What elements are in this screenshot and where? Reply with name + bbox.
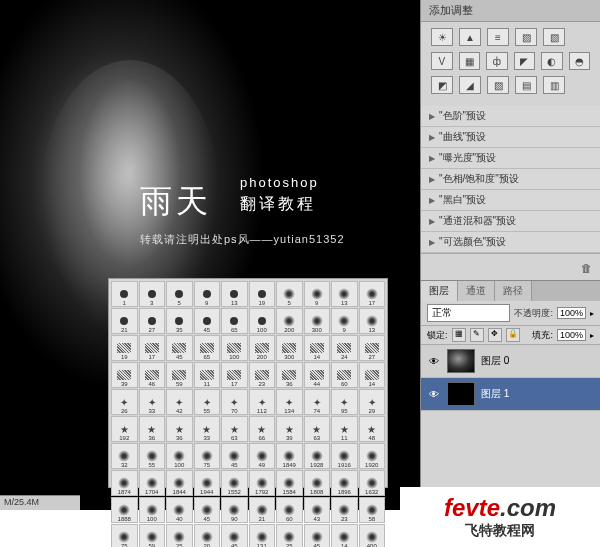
brush-preset[interactable]: 23	[331, 497, 358, 523]
adjustment-icon[interactable]: ◢	[459, 76, 481, 94]
preset-item[interactable]: ▶"色阶"预设	[421, 106, 600, 127]
canvas-area[interactable]: photoshop 翻译教程 雨天 转载请注明出处ps风——yutian5135…	[0, 0, 420, 510]
adjustment-icon[interactable]: ▨	[487, 76, 509, 94]
opacity-value[interactable]: 100%	[557, 307, 586, 319]
brush-preset[interactable]: 21	[249, 497, 276, 523]
brush-preset[interactable]: 19	[249, 281, 276, 307]
brush-preset[interactable]: 400	[359, 524, 386, 547]
brush-preset[interactable]: 131	[249, 524, 276, 547]
brush-preset[interactable]: 24	[331, 335, 358, 361]
brush-preset[interactable]: 39	[111, 362, 138, 388]
brush-preset[interactable]: 1944	[194, 470, 221, 496]
visibility-icon[interactable]: 👁	[427, 387, 441, 401]
brush-preset[interactable]: 1792	[249, 470, 276, 496]
brush-preset[interactable]: 3	[139, 281, 166, 307]
adjustment-icon[interactable]: V	[431, 52, 453, 70]
adjustment-icon[interactable]: ▲	[459, 28, 481, 46]
blend-mode-select[interactable]: 正常	[427, 304, 510, 322]
brush-preset[interactable]: 45	[221, 524, 248, 547]
visibility-icon[interactable]: 👁	[427, 354, 441, 368]
brush-preset[interactable]: 13	[221, 281, 248, 307]
brush-preset[interactable]: ✦134	[276, 389, 303, 415]
adjustment-icon[interactable]: ≡	[487, 28, 509, 46]
brush-preset[interactable]: 100	[166, 443, 193, 469]
preset-item[interactable]: ▶"色相/饱和度"预设	[421, 169, 600, 190]
brush-preset[interactable]: 1920	[359, 443, 386, 469]
brush-preset[interactable]: 9	[304, 281, 331, 307]
brush-preset[interactable]: ★36	[166, 416, 193, 442]
brush-preset[interactable]: 60	[276, 497, 303, 523]
brush-preset[interactable]: 9	[331, 308, 358, 334]
preset-item[interactable]: ▶"可选颜色"预设	[421, 232, 600, 253]
layer-item[interactable]: 👁图层 1	[421, 378, 600, 411]
brush-preset[interactable]: 45	[194, 308, 221, 334]
brush-preset[interactable]: 1632	[359, 470, 386, 496]
tab-图层[interactable]: 图层	[421, 281, 458, 301]
brush-preset[interactable]: 1844	[166, 470, 193, 496]
brush-preset[interactable]: 300	[304, 308, 331, 334]
brush-preset[interactable]: 36	[276, 362, 303, 388]
adjustment-icon[interactable]: ◩	[431, 76, 453, 94]
layer-thumbnail[interactable]	[447, 349, 475, 373]
brush-preset[interactable]: 1896	[331, 470, 358, 496]
brush-preset[interactable]: 100	[249, 308, 276, 334]
brush-preset[interactable]: ✦33	[139, 389, 166, 415]
lock-transparency-icon[interactable]: ▦	[452, 328, 466, 342]
brush-preset[interactable]: ✦70	[221, 389, 248, 415]
brush-preset[interactable]: 19	[111, 335, 138, 361]
brush-preset[interactable]: 100	[139, 497, 166, 523]
adjustment-icon[interactable]: ф	[486, 52, 508, 70]
brush-preset[interactable]: 45	[304, 524, 331, 547]
brush-preset[interactable]: ★36	[139, 416, 166, 442]
brush-preset[interactable]: ★33	[194, 416, 221, 442]
brush-preset[interactable]: 14	[331, 524, 358, 547]
brush-preset[interactable]: 17	[139, 335, 166, 361]
brush-preset[interactable]: 1552	[221, 470, 248, 496]
brush-preset[interactable]: 1808	[304, 470, 331, 496]
brush-preset[interactable]: 55	[139, 443, 166, 469]
brush-preset[interactable]: 20	[194, 524, 221, 547]
brush-preset[interactable]: 1584	[276, 470, 303, 496]
brush-preset[interactable]: 90	[221, 497, 248, 523]
brush-preset[interactable]: 60	[331, 362, 358, 388]
brush-preset[interactable]: 5	[166, 281, 193, 307]
brush-preset[interactable]: 100	[221, 335, 248, 361]
adjustment-icon[interactable]: ◤	[514, 52, 536, 70]
brush-preset[interactable]: 1928	[304, 443, 331, 469]
brush-preset[interactable]: 1	[111, 281, 138, 307]
brush-preset[interactable]: 1849	[276, 443, 303, 469]
brush-preset[interactable]: 59	[166, 362, 193, 388]
layer-item[interactable]: 👁图层 0	[421, 345, 600, 378]
brush-preset[interactable]: 25	[166, 524, 193, 547]
brush-preset[interactable]: ★63	[304, 416, 331, 442]
tab-通道[interactable]: 通道	[458, 281, 495, 301]
brush-preset[interactable]: 23	[249, 362, 276, 388]
brush-preset[interactable]: 13	[359, 308, 386, 334]
brush-preset[interactable]: ✦112	[249, 389, 276, 415]
preset-item[interactable]: ▶"通道混和器"预设	[421, 211, 600, 232]
adjustment-icon[interactable]: ▦	[459, 52, 481, 70]
brush-preset[interactable]: ★11	[331, 416, 358, 442]
brush-preset[interactable]: 49	[249, 443, 276, 469]
brush-preset[interactable]: ★63	[221, 416, 248, 442]
brush-preset[interactable]: 65	[194, 335, 221, 361]
brush-preset[interactable]: 45	[166, 335, 193, 361]
brush-preset[interactable]: ★66	[249, 416, 276, 442]
lock-brush-icon[interactable]: ✎	[470, 328, 484, 342]
brush-preset[interactable]: 200	[276, 308, 303, 334]
brush-preset[interactable]: ✦55	[194, 389, 221, 415]
brush-preset[interactable]: 14	[304, 335, 331, 361]
adjustment-icon[interactable]: ▤	[515, 76, 537, 94]
adjustment-icon[interactable]: ▨	[515, 28, 537, 46]
brush-preset[interactable]: 11	[194, 362, 221, 388]
layer-thumbnail[interactable]	[447, 382, 475, 406]
brush-preset[interactable]: ✦26	[111, 389, 138, 415]
chevron-down-icon[interactable]: ▸	[590, 309, 594, 318]
brush-preset[interactable]: ✦29	[359, 389, 386, 415]
brush-preset[interactable]: 1704	[139, 470, 166, 496]
brush-preset[interactable]: 45	[221, 443, 248, 469]
lock-all-icon[interactable]: 🔒	[506, 328, 520, 342]
brush-preset[interactable]: 32	[111, 443, 138, 469]
brush-preset[interactable]: 27	[359, 335, 386, 361]
brush-preset[interactable]: 300	[276, 335, 303, 361]
